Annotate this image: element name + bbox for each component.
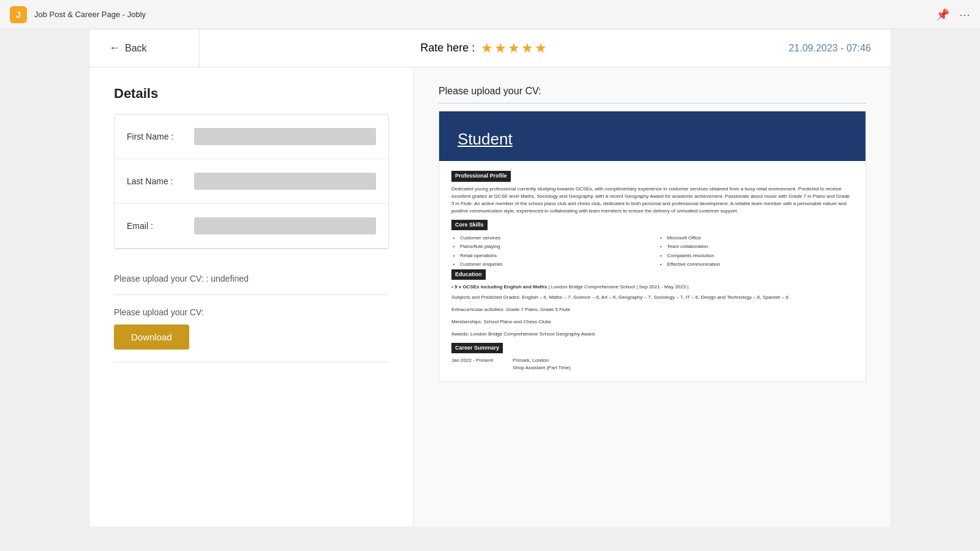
pin-icon[interactable]: 📌 <box>936 8 949 21</box>
email-label: Email : <box>127 221 194 231</box>
back-label: Back <box>125 43 147 54</box>
back-button[interactable]: ← Back <box>89 29 200 67</box>
cv-profile-section: Professional Profile Dedicated young pro… <box>451 171 853 215</box>
skill-piano-flute: Piano/flute playing <box>460 242 646 251</box>
email-input[interactable] <box>194 217 376 234</box>
upload-cv-undefined-label: Please upload your CV: : undefined <box>114 261 389 283</box>
details-title: Details <box>114 86 389 102</box>
cv-education-title: Education <box>451 269 486 280</box>
cv-preview: Student Professional Profile Dedicated y… <box>439 111 866 382</box>
skill-complaints: Complaints resolution <box>667 252 853 260</box>
cv-profile-text: Dedicated young professional currently s… <box>451 186 853 215</box>
cv-skills-left: Customer services Piano/flute playing Re… <box>451 234 646 269</box>
cv-edu-memberships: Memberships: School Piano and Chess Club… <box>451 318 853 326</box>
skill-microsoft: Microsoft Office <box>667 234 853 242</box>
more-options-icon[interactable]: ⋯ <box>959 8 970 21</box>
skill-communication: Effective communication <box>667 260 853 269</box>
cv-section-title: Please upload your CV: <box>439 86 866 103</box>
cv-skills-right: Microsoft Office Team collaboration Comp… <box>658 234 853 269</box>
browser-toolbar: J Job Post & Career Page - Jobly 📌 ⋯ <box>0 0 980 29</box>
cv-header: Student <box>439 111 865 161</box>
main-content: Details First Name : Last Name : Email :… <box>89 67 891 527</box>
skill-enquiries: Customer enquiries <box>460 260 646 269</box>
app-logo: J <box>10 6 27 23</box>
browser-actions: 📌 ⋯ <box>936 8 970 21</box>
last-name-row: Last Name : <box>115 159 388 204</box>
cv-upload-section: Please upload your CV: Download <box>114 295 389 350</box>
header-date: 21.09.2023 - 07:46 <box>769 29 891 67</box>
upload-undefined-section: Please upload your CV: : undefined <box>114 249 389 283</box>
cv-skills-right-list: Microsoft Office Team collaboration Comp… <box>658 234 853 269</box>
cv-skills-columns: Customer services Piano/flute playing Re… <box>451 234 853 269</box>
cv-student-name: Student <box>458 130 847 149</box>
cv-profile-title: Professional Profile <box>451 171 511 182</box>
back-arrow-icon: ← <box>109 42 120 54</box>
first-name-input[interactable] <box>194 128 376 145</box>
cv-career-employer: Primark, London Shop Assistant (Part Tim… <box>513 357 571 372</box>
browser-tab-title: Job Post & Career Page - Jobly <box>34 10 929 19</box>
form-section: First Name : Last Name : Email : <box>114 114 389 249</box>
cv-edu-grades: Subjects and Predicted Grades: English –… <box>451 294 853 301</box>
cv-skills-left-list: Customer services Piano/flute playing Re… <box>451 234 646 269</box>
cv-career-date: Jan 2022 - Present <box>451 357 500 372</box>
skill-retail: Retail operations <box>460 252 646 260</box>
cv-education-section: Education • 9 x GCSEs including English … <box>451 269 853 338</box>
cv-career-title: Career Summary <box>451 343 503 354</box>
cv-career-row: Jan 2022 - Present Primark, London Shop … <box>451 357 853 372</box>
left-panel: Details First Name : Last Name : Email :… <box>89 67 414 527</box>
last-name-label: Last Name : <box>127 176 194 186</box>
download-button[interactable]: Download <box>114 324 189 350</box>
last-name-input[interactable] <box>194 173 376 190</box>
cv-skills-section: Core Skills Customer services Piano/flut… <box>451 220 853 269</box>
rate-label: Rate here : <box>420 42 475 54</box>
header-center: Rate here : ★★★★★ <box>200 29 769 67</box>
cv-edu-main: • 9 x GCSEs including English and Maths … <box>451 283 853 291</box>
email-row: Email : <box>115 204 388 248</box>
star-rating[interactable]: ★★★★★ <box>481 40 548 56</box>
cv-edu-awards: Awards: London Bridge Comprehensive Scho… <box>451 331 853 338</box>
cv-upload-label: Please upload your CV: <box>114 307 389 317</box>
first-name-label: First Name : <box>127 132 194 141</box>
cv-body: Professional Profile Dedicated young pro… <box>439 161 865 381</box>
separator-3 <box>114 362 389 362</box>
cv-skills-title: Core Skills <box>451 220 488 231</box>
skill-customer-services: Customer services <box>460 234 646 242</box>
cv-career-section: Career Summary Jan 2022 - Present Primar… <box>451 343 853 372</box>
cv-career-role: Shop Assistant (Part Time) <box>513 364 571 372</box>
cv-edu-extra: Extracurricular activities: Grade 7 Pian… <box>451 306 853 313</box>
skill-team: Team collaboration <box>667 242 853 251</box>
right-panel: Please upload your CV: Student Professio… <box>414 67 891 527</box>
cv-employer-name: Primark, London <box>513 357 571 364</box>
first-name-row: First Name : <box>115 114 388 159</box>
